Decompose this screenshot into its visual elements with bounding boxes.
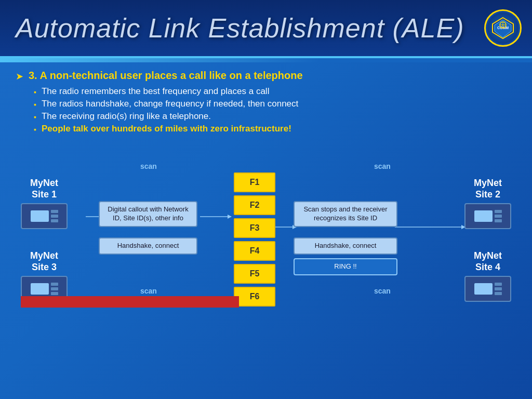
- bottom-bar: [21, 296, 239, 308]
- badge: COMM: [484, 9, 522, 47]
- site1-label: MyNetSite 1: [21, 178, 68, 200]
- site4-btn3: [495, 292, 502, 295]
- scan-label-bottom-right: scan: [374, 287, 391, 295]
- diagram-area: MyNetSite 1 scan Digital callout with Ne…: [10, 147, 522, 308]
- sub-point-1-text: The radio remembers the best frequency a…: [42, 86, 269, 97]
- content-area: ➤ 3. A non-technical user places a call …: [0, 62, 532, 141]
- site2-label: MyNetSite 2: [464, 178, 511, 200]
- bullet-2: ▪: [34, 100, 36, 109]
- ring-box: RING !!: [294, 258, 397, 275]
- site1-btn2: [51, 215, 58, 218]
- site2-btn2: [495, 215, 502, 218]
- sub-points-list: ▪ The radio remembers the best frequency…: [34, 86, 516, 134]
- scan-label-top-left: scan: [140, 162, 157, 170]
- arrow-icon: ➤: [16, 71, 23, 82]
- site1-controls: [51, 210, 58, 222]
- freq-f2: F2: [234, 195, 275, 215]
- slide: Automatic Link Establishment (ALE) COMM …: [0, 0, 532, 399]
- sub-point-2: ▪ The radios handshake, change frequency…: [34, 99, 516, 109]
- badge-icon: COMM: [490, 16, 515, 41]
- freq-column: F1 F2 F3 F4 F5 F6: [234, 172, 275, 307]
- site2-controls: [495, 210, 502, 222]
- site4-device: MyNetSite 4: [464, 250, 511, 302]
- site2-screen: [474, 210, 493, 222]
- site3-label: MyNetSite 3: [21, 250, 68, 273]
- freq-f4: F4: [234, 241, 275, 261]
- sub-point-1: ▪ The radio remembers the best frequency…: [34, 86, 516, 97]
- site4-controls: [495, 283, 502, 295]
- sub-point-4: ▪ People talk over hundreds of miles wit…: [34, 124, 516, 134]
- site3-screen: [31, 283, 49, 295]
- callout-box: Digital callout with Network ID, Site ID…: [99, 201, 197, 227]
- site3-btn3: [51, 292, 58, 295]
- main-point: ➤ 3. A non-technical user places a call …: [16, 70, 516, 82]
- site4-screen: [474, 283, 493, 295]
- site1-device: MyNetSite 1: [21, 178, 68, 229]
- scan-stop-box: Scan stops and the receiver recognizes i…: [294, 201, 397, 227]
- handshake-right-box: Handshake, connect: [294, 237, 397, 255]
- site3-btn2: [51, 287, 58, 290]
- bullet-4: ▪: [34, 125, 36, 134]
- accent-bar: [0, 58, 532, 62]
- scan-label-top-right: scan: [374, 162, 391, 170]
- site1-btn1: [51, 210, 58, 213]
- site3-device: MyNetSite 3: [21, 250, 68, 302]
- bullet-3: ▪: [34, 113, 36, 121]
- sub-point-3-text: The receiving radio(s) ring like a telep…: [42, 111, 211, 122]
- site2-radio: [464, 203, 511, 229]
- site2-device: MyNetSite 2: [464, 178, 511, 229]
- sub-point-3: ▪ The receiving radio(s) ring like a tel…: [34, 111, 516, 122]
- site4-radio: [464, 276, 511, 302]
- site4-btn2: [495, 287, 502, 290]
- header: Automatic Link Establishment (ALE) COMM: [0, 0, 532, 58]
- freq-f5: F5: [234, 264, 275, 284]
- badge-inner: COMM: [487, 12, 518, 44]
- svg-marker-9: [228, 215, 232, 219]
- site3-btn1: [51, 283, 58, 286]
- site1-screen: [31, 210, 49, 222]
- main-point-text: 3. A non-technical user places a call li…: [29, 70, 303, 82]
- sub-point-4-text: People talk over hundreds of miles with …: [42, 124, 291, 134]
- freq-f6: F6: [234, 287, 275, 307]
- slide-title: Automatic Link Establishment (ALE): [16, 12, 464, 44]
- freq-f1: F1: [234, 172, 275, 192]
- bullet-1: ▪: [34, 88, 36, 96]
- site1-radio: [21, 203, 68, 229]
- freq-f3: F3: [234, 218, 275, 238]
- sub-point-2-text: The radios handshake, change frequency i…: [42, 99, 298, 109]
- site3-controls: [51, 283, 58, 295]
- site2-btn1: [495, 210, 502, 213]
- site1-btn3: [51, 219, 58, 222]
- site4-btn1: [495, 283, 502, 286]
- site4-label: MyNetSite 4: [464, 250, 511, 273]
- handshake-left-box: Handshake, connect: [99, 237, 197, 255]
- scan-label-bottom-left: scan: [140, 287, 157, 295]
- site2-btn3: [495, 219, 502, 222]
